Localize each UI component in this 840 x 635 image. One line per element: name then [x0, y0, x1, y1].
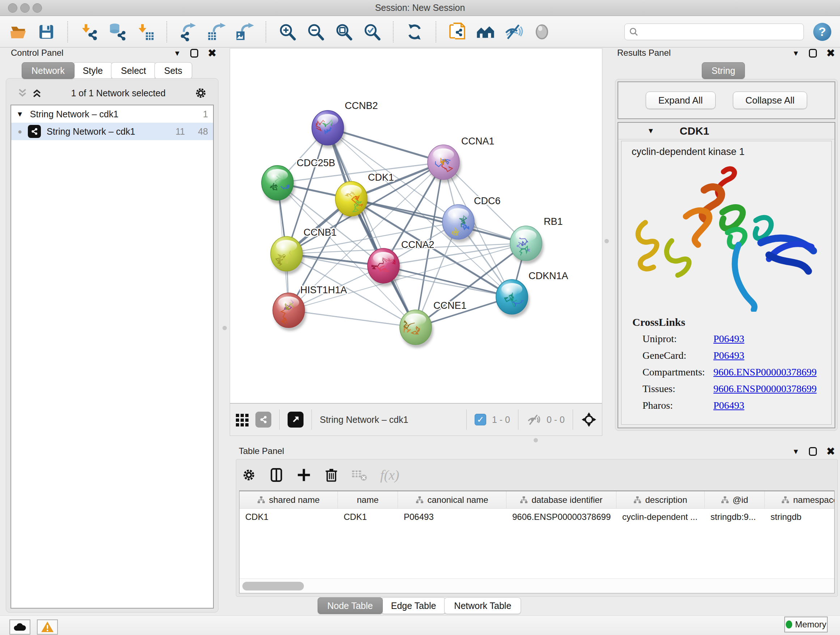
column-header-canonical-name[interactable]: canonical name: [398, 491, 507, 508]
tab-network-table[interactable]: Network Table: [444, 597, 521, 614]
panel-float-icon[interactable]: [809, 447, 817, 456]
table-cell[interactable]: stringdb:9...: [705, 509, 765, 525]
first-neighbors-icon[interactable]: [476, 22, 495, 41]
crosslink-link[interactable]: P06493: [714, 350, 745, 361]
table-cell[interactable]: cyclin-dependent ...: [616, 509, 705, 525]
panel-close-icon[interactable]: ✖: [826, 48, 835, 59]
tab-edge-table[interactable]: Edge Table: [381, 597, 446, 614]
zoom-in-icon[interactable]: [278, 22, 297, 41]
column-header-shared-name[interactable]: shared name: [240, 491, 338, 508]
network-options-gear-icon[interactable]: [194, 87, 207, 100]
tab-node-table[interactable]: Node Table: [317, 597, 383, 614]
cloud-button[interactable]: [9, 619, 30, 635]
table-hscrollbar[interactable]: [240, 578, 834, 593]
entry-expand-icon[interactable]: ▼: [647, 127, 654, 135]
panel-float-icon[interactable]: [809, 49, 817, 57]
expand-all-networks-icon[interactable]: [32, 88, 42, 98]
hidden-eye-icon[interactable]: [526, 412, 541, 427]
import-table-icon[interactable]: [136, 22, 155, 41]
panel-close-icon[interactable]: ✖: [208, 48, 217, 59]
hscrollbar-thumb[interactable]: [242, 582, 304, 591]
table-cell[interactable]: 9606.ENSP00000378699: [507, 509, 616, 525]
table-header-row: shared namenamecanonical namedatabase id…: [240, 491, 834, 509]
import-network-file-icon[interactable]: [80, 22, 98, 41]
collection-label: String Network – cdk1: [30, 109, 118, 119]
selected-indicator-checkbox[interactable]: ✓: [475, 414, 486, 425]
export-table-icon[interactable]: [207, 22, 226, 41]
node-table[interactable]: shared namenamecanonical namedatabase id…: [239, 491, 835, 593]
warnings-button[interactable]: [37, 619, 58, 635]
toolbar-separator: [67, 21, 68, 42]
tab-network[interactable]: Network: [22, 62, 74, 79]
new-network-from-selection-icon[interactable]: [448, 22, 467, 41]
hide-selected-icon[interactable]: [504, 22, 523, 41]
column-header-namespace[interactable]: namespace: [765, 491, 835, 508]
delete-column-icon[interactable]: [324, 467, 339, 483]
birds-eye-view-icon[interactable]: [287, 412, 303, 428]
network-overview-icon[interactable]: [256, 412, 271, 428]
grid-view-icon[interactable]: [235, 412, 249, 427]
create-column-icon[interactable]: [296, 467, 311, 483]
collection-expand-icon[interactable]: ▼: [16, 110, 24, 119]
right-divider-handle[interactable]: [605, 239, 609, 243]
network-canvas-svg[interactable]: CCNB2CCNA1CDC25BCDK1CDC6RB1CCNB1CCNA2CDK…: [230, 49, 602, 403]
table-row[interactable]: CDK1CDK1P064939606.ENSP00000378699cyclin…: [240, 509, 834, 525]
table-cell[interactable]: CDK1: [338, 509, 398, 525]
panel-close-icon[interactable]: ✖: [826, 446, 835, 457]
toolbar-separator: [166, 21, 167, 42]
network-edge[interactable]: [289, 310, 416, 327]
save-session-icon[interactable]: [37, 22, 56, 41]
open-session-icon[interactable]: [9, 22, 27, 41]
tab-sets[interactable]: Sets: [155, 62, 192, 79]
panel-float-icon[interactable]: [190, 49, 198, 57]
tab-style[interactable]: Style: [73, 62, 113, 79]
node-gloss: [501, 283, 523, 295]
network-canvas[interactable]: CCNB2CCNA1CDC25BCDK1CDC6RB1CCNB1CCNA2CDK…: [230, 48, 602, 403]
crosslink-row: Compartments:9606.ENSP00000378699: [622, 364, 831, 380]
export-image-icon[interactable]: [235, 22, 254, 41]
network-edge[interactable]: [328, 128, 416, 327]
crosslink-link[interactable]: 9606.ENSP00000378699: [714, 383, 816, 394]
table-cell[interactable]: P06493: [398, 509, 507, 525]
network-row[interactable]: ● String Network – cdk1 11 48: [11, 123, 213, 140]
show-all-icon[interactable]: [532, 22, 551, 41]
help-icon[interactable]: ?: [813, 23, 831, 41]
zoom-fit-icon[interactable]: [334, 22, 353, 41]
table-cell[interactable]: CDK1: [240, 509, 338, 525]
left-divider-handle[interactable]: [223, 326, 227, 330]
import-network-database-icon[interactable]: [108, 22, 126, 41]
show-columns-icon[interactable]: [269, 467, 284, 483]
crosslink-link[interactable]: P06493: [714, 400, 745, 411]
table-cell[interactable]: stringdb: [765, 509, 835, 525]
bottom-divider-handle[interactable]: [534, 438, 538, 442]
node-gloss: [433, 149, 454, 160]
crosslink-link[interactable]: P06493: [714, 333, 745, 345]
panel-menu-icon[interactable]: ▼: [174, 49, 181, 57]
tab-string[interactable]: String: [702, 62, 745, 79]
column-header-name[interactable]: name: [338, 491, 398, 508]
node-gloss: [276, 240, 297, 252]
tab-select[interactable]: Select: [111, 62, 156, 79]
network-view-toolbar: String Network – cdk1 ✓ 1 - 0 0 - 0: [230, 403, 602, 436]
crosslink-link[interactable]: 9606.ENSP00000378699: [714, 366, 816, 378]
column-header-database-identifier[interactable]: database identifier: [507, 491, 616, 508]
column-mapped-icon: [721, 496, 729, 504]
panel-menu-icon[interactable]: ▼: [792, 49, 799, 57]
fit-selected-crosshair-icon[interactable]: [581, 412, 597, 428]
refresh-icon[interactable]: [405, 22, 424, 41]
column-mapped-icon: [520, 496, 528, 504]
column-header--id[interactable]: @id: [705, 491, 765, 508]
column-header-description[interactable]: description: [616, 491, 705, 508]
zoom-selected-icon[interactable]: [363, 22, 381, 41]
panel-menu-icon[interactable]: ▼: [792, 448, 799, 456]
collapse-all-button[interactable]: Collapse All: [733, 92, 807, 109]
network-collection-row[interactable]: ▼ String Network – cdk1 1: [11, 105, 213, 123]
expand-all-button[interactable]: Expand All: [646, 92, 715, 109]
table-options-gear-icon[interactable]: [241, 467, 256, 483]
zoom-out-icon[interactable]: [306, 22, 325, 41]
export-network-icon[interactable]: [179, 22, 197, 41]
search-input[interactable]: [641, 27, 799, 37]
memory-button[interactable]: Memory: [784, 616, 828, 632]
gene-entry-header[interactable]: ▼ CDK1: [618, 123, 835, 139]
collapse-all-networks-icon[interactable]: [17, 88, 28, 98]
